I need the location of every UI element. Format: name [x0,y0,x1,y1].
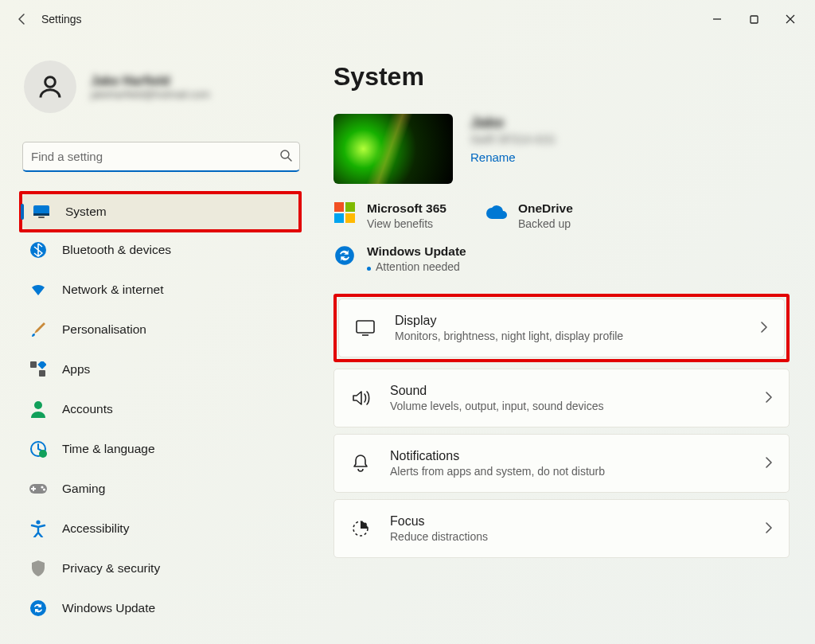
minimize-icon [712,14,722,24]
chevron-right-icon [760,322,768,335]
titlebar: Settings [0,0,815,38]
status-row-2: Windows Update Attention needed [333,244,790,273]
gamepad-icon [29,479,48,498]
device-name: Jake [470,114,556,131]
nav-item-system[interactable]: System [22,194,298,229]
highlight-display: Display Monitors, brightness, night ligh… [333,294,790,362]
status-title: Windows Update [367,244,466,259]
user-block[interactable]: Jake Harfield jakeharfield@hotmail.com [24,60,302,113]
card-notifications[interactable]: Notifications Alerts from apps and syste… [333,434,790,493]
svg-point-2 [281,150,289,158]
nav-item-network[interactable]: Network & internet [19,272,302,307]
status-windows-update[interactable]: Windows Update Attention needed [333,244,466,273]
device-meta: Jake Swift SF314-41G Rename [470,114,556,165]
nav-item-update[interactable]: Windows Update [19,591,302,626]
nav-item-personalisation[interactable]: Personalisation [19,312,302,347]
attention-dot-icon [367,267,371,271]
user-text: Jake Harfield jakeharfield@hotmail.com [91,74,210,100]
update-icon [29,599,48,618]
nav-label: Windows Update [62,601,155,615]
nav-label: Apps [62,362,90,377]
nav-label: Accessibility [62,521,129,536]
page-title: System [333,62,790,92]
nav-item-accessibility[interactable]: Accessibility [19,511,302,546]
wifi-icon [29,280,48,299]
status-title: OneDrive [518,201,573,216]
svg-rect-5 [38,217,45,218]
card-title: Notifications [390,449,765,463]
svg-rect-19 [357,321,374,333]
card-title: Display [395,314,760,328]
nav-item-time-language[interactable]: Time & language [19,431,302,466]
person-icon [29,400,48,419]
sidebar: Jake Harfield jakeharfield@hotmail.com S… [0,38,314,644]
device-row: Jake Swift SF314-41G Rename [333,114,790,184]
bell-icon [350,453,371,474]
chevron-right-icon [765,392,773,405]
svg-rect-0 [751,16,758,23]
monitor-icon [32,202,51,221]
close-icon [786,14,795,24]
search-wrap [22,142,300,172]
nav-label: Time & language [62,442,155,456]
onedrive-icon [485,201,507,224]
card-sub: Reduce distractions [390,530,765,543]
svg-point-17 [30,600,46,616]
display-icon [355,318,376,338]
ms365-icon [333,201,356,224]
nav-item-gaming[interactable]: Gaming [19,471,302,506]
nav-label: Accounts [62,402,113,416]
back-arrow-icon [16,13,29,25]
svg-point-16 [36,520,40,524]
apps-icon [29,360,48,379]
nav-label: Personalisation [62,322,146,337]
nav-label: Gaming [62,482,105,496]
nav-item-bluetooth[interactable]: Bluetooth & devices [19,232,302,267]
svg-point-10 [34,401,42,409]
card-focus[interactable]: Focus Reduce distractions [333,499,790,558]
accessibility-icon [29,519,48,538]
maximize-button[interactable] [735,6,772,32]
nav-item-privacy[interactable]: Privacy & security [19,551,302,586]
person-icon [36,72,64,101]
card-title: Sound [390,384,765,398]
rename-link[interactable]: Rename [470,150,516,164]
card-sub: Alerts from apps and system, do not dist… [390,465,765,478]
nav-item-accounts[interactable]: Accounts [19,392,302,427]
nav: System Bluetooth & devices Network & int… [19,191,302,626]
nav-label: System [65,205,107,219]
maximize-icon [750,15,758,24]
nav-label: Privacy & security [62,561,160,576]
user-name: Jake Harfield [91,74,210,88]
chevron-right-icon [765,522,773,536]
card-display[interactable]: Display Monitors, brightness, night ligh… [338,299,785,357]
focus-icon [350,518,371,539]
status-sub: View benefits [367,217,446,230]
status-onedrive[interactable]: OneDrive Backed up [485,201,573,230]
avatar [24,60,76,113]
card-sound[interactable]: Sound Volume levels, output, input, soun… [333,369,790,427]
update-icon [333,244,356,267]
highlight-system: System [19,191,302,232]
back-button[interactable] [6,3,38,35]
bluetooth-icon [29,240,48,260]
status-sub: Backed up [518,217,573,230]
status-title: Microsoft 365 [367,201,446,216]
status-sub-text: Attention needed [376,260,460,273]
card-title: Focus [390,514,765,529]
user-email: jakeharfield@hotmail.com [91,88,210,100]
status-microsoft365[interactable]: Microsoft 365 View benefits [333,201,446,230]
window-title: Settings [41,13,82,25]
svg-rect-7 [30,361,37,368]
status-row: Microsoft 365 View benefits OneDrive Bac… [333,201,790,230]
search-icon [279,149,292,165]
search-input[interactable] [22,142,300,172]
close-button[interactable] [772,6,809,32]
brush-icon [29,320,48,339]
device-model: Swift SF314-41G [470,133,556,146]
svg-rect-4 [33,213,49,216]
window-controls [699,6,809,32]
svg-rect-8 [39,370,45,377]
minimize-button[interactable] [699,6,735,32]
nav-item-apps[interactable]: Apps [19,352,302,387]
